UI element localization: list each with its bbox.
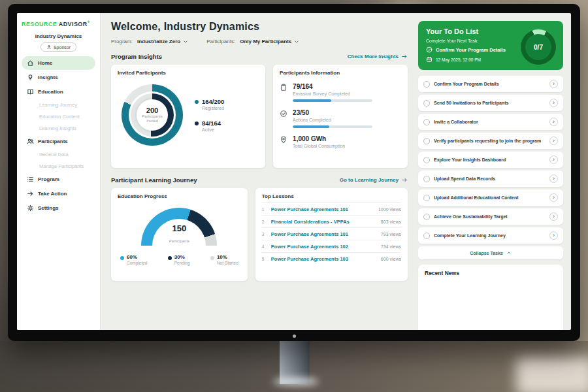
legend-dot [195,100,199,104]
people-icon [27,138,34,145]
todo-progress-value: 0/7 [534,44,543,51]
task-row[interactable]: Confirm Your Program Details › [418,76,563,92]
participants-select[interactable]: Only My Participants [240,39,299,44]
recent-news-title: Recent News [425,270,557,276]
info-row-actions: 23/50 Actions Completed [280,109,401,128]
chevron-right-icon[interactable]: › [549,174,558,183]
chevron-right-icon[interactable]: › [549,118,558,126]
sidebar-item-education-content[interactable]: Education Content [22,111,95,122]
task-row[interactable]: Achieve One Sustainability Target › [418,208,563,225]
collapse-tasks-button[interactable]: Collapse Tasks [418,246,563,259]
dashboard-screen: RESOURCE ADVISOR+ Industry Dynamics Spon… [17,13,571,330]
card-title: Top Lessons [262,193,401,203]
chevron-right-icon[interactable]: › [549,231,558,240]
chevron-up-icon [506,250,512,255]
chevron-right-icon[interactable]: › [549,99,558,107]
legend-dot [210,256,214,260]
calendar-icon [426,56,433,63]
page-title: Welcome, Industry Dynamics [111,21,408,33]
brand-plus: + [88,20,91,24]
legend-item-active: 84/164 Active [195,120,224,132]
insights-cards-row: Invited Participants 200 Participants In… [111,65,408,168]
sidebar-item-manage-participants[interactable]: Manage Participants [22,161,95,172]
education-legend: 60% Completed 30% Pending [118,254,241,265]
education-progress-card: Education Progress 150 Participants [111,188,248,281]
task-checkbox[interactable] [423,119,430,125]
legend-item-completed: 60% Completed [120,254,147,265]
card-title: Invited Participants [118,70,259,76]
task-checkbox[interactable] [423,81,430,88]
location-pin-icon [280,136,287,144]
sidebar: RESOURCE ADVISOR+ Industry Dynamics Spon… [17,13,101,330]
monitor-logo-dot [293,335,296,338]
task-row[interactable]: Verify participants requesting to join t… [418,133,563,149]
participants-filter-label: Participants: [206,39,235,44]
sidebar-item-label: Take Action [38,191,67,197]
task-checkbox[interactable] [423,195,430,201]
sidebar-item-learning-journey[interactable]: Learning Journey [22,99,95,110]
task-row[interactable]: Invite a Collaborator › [418,114,563,130]
chevron-right-icon[interactable]: › [549,193,558,202]
task-checkbox[interactable] [423,100,430,106]
task-checkbox[interactable] [423,176,430,182]
sidebar-item-participants[interactable]: Participants [22,135,95,148]
legend-dot [120,256,124,260]
lesson-link[interactable]: Financial Considerations - VPPAs [271,219,376,225]
task-row[interactable]: Explore Your Insights Dashboard › [418,152,563,168]
task-checkbox[interactable] [423,157,430,163]
lesson-link[interactable]: Power Purchase Agreements 102 [271,244,376,250]
sidebar-item-label: Program [38,176,59,182]
chevron-down-icon [183,39,188,44]
list-icon [27,176,34,183]
sidebar-nav: Home Insights Education Learning Journey [22,56,95,215]
lesson-link[interactable]: Power Purchase Agreements 103 [271,256,376,262]
card-title: Education Progress [118,193,241,199]
person-icon [46,44,52,50]
check-more-insights-link[interactable]: Check More Insights [348,54,408,59]
chevron-down-icon [294,39,299,44]
task-checkbox[interactable] [423,214,430,220]
todo-next-task[interactable]: Confirm Your Program Details [426,46,524,53]
program-filter-label: Program: [111,39,133,44]
chevron-right-icon[interactable]: › [549,212,558,221]
invited-donut-chart: 200 Participants Invited [122,84,183,146]
filter-bar: Program: Industrialize Zero Participants… [111,39,408,44]
legend-item-not-started: 10% Not Started [210,254,238,265]
sidebar-item-label: Manage Participants [39,163,84,169]
sidebar-item-label: Education [38,89,63,95]
todo-panel: Your To Do List Complete Your Next Task:… [416,13,571,330]
task-row[interactable]: Complete Your Learning Journey › [418,227,563,244]
info-row-survey: 79/164 Emission Survey Completed [280,83,401,102]
sponsor-badge[interactable]: Sponsor [41,42,76,52]
task-checkbox[interactable] [423,138,430,144]
sidebar-item-insights[interactable]: Insights [22,71,95,84]
chevron-right-icon[interactable]: › [549,137,558,145]
sidebar-item-settings[interactable]: Settings [22,201,95,215]
sidebar-item-home[interactable]: Home [22,56,95,70]
task-row[interactable]: Upload Spend Data Records › [418,171,563,187]
sidebar-item-program[interactable]: Program [22,172,95,186]
task-row[interactable]: Upload Additional Educational Content › [418,189,563,206]
lesson-link[interactable]: Power Purchase Agreements 101 [271,231,376,237]
education-gauge-chart: 150 Participants [141,208,217,246]
task-checkbox[interactable] [423,233,430,239]
clipboard-icon [280,84,287,91]
go-to-learning-journey-link[interactable]: Go to Learning Journey [340,177,408,183]
legend-item-pending: 30% Pending [168,254,190,265]
sidebar-item-learning-insights[interactable]: Learning Insights [22,123,95,134]
program-select[interactable]: Industrialize Zero [137,39,188,44]
lesson-link[interactable]: Power Purchase Agreements 101 [271,206,374,212]
learning-cards-row: Education Progress 150 Participants [111,188,408,281]
learning-journey-header: Participant Learning Journey Go to Learn… [111,176,408,184]
chevron-right-icon[interactable]: › [549,155,558,164]
sidebar-item-education[interactable]: Education [22,85,95,99]
survey-progress-bar [293,99,372,102]
sidebar-item-take-action[interactable]: Take Action [22,187,95,201]
task-row[interactable]: Send 50 Invitations to Participants › [418,95,563,111]
chevron-right-icon[interactable]: › [549,80,558,88]
legend-dot [168,256,172,260]
org-name: Industry Dynamics [22,33,95,39]
sidebar-item-general-data[interactable]: General Data [22,149,95,160]
monitor-bezel: RESOURCE ADVISOR+ Industry Dynamics Spon… [8,4,580,341]
sidebar-item-label: Participants [38,139,68,144]
